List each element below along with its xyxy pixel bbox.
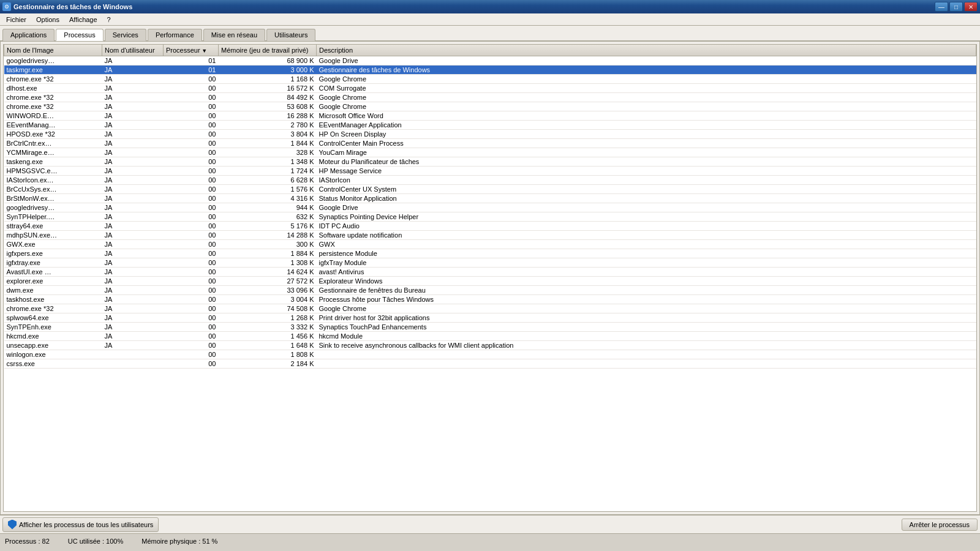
table-row[interactable]: igfxpers.exeJA001 884 Kpersistence Modul… <box>4 249 976 258</box>
table-row[interactable]: igfxtray.exeJA001 308 KigfxTray Module <box>4 258 976 268</box>
minimize-button[interactable]: — <box>935 2 948 12</box>
table-row[interactable]: SynTPHelper.…JA00632 KSynaptics Pointing… <box>4 212 976 222</box>
cell-process-name: dwm.exe <box>4 286 102 295</box>
cell-user: JA <box>102 111 164 121</box>
table-row[interactable]: googledrivesy…JA00944 KGoogle Drive <box>4 203 976 212</box>
cell-description: GWX <box>317 240 976 249</box>
tab-services[interactable]: Services <box>105 29 146 41</box>
table-row[interactable]: taskmgr.exeJA013 000 KGestionnaire des t… <box>4 66 976 75</box>
table-row[interactable]: explorer.exeJA0027 572 KExplorateur Wind… <box>4 277 976 286</box>
table-row[interactable]: unsecapp.exeJA001 648 KSink to receive a… <box>4 341 976 350</box>
maximize-button[interactable]: □ <box>949 2 963 12</box>
cell-memory: 16 572 K <box>219 84 317 93</box>
table-row[interactable]: csrss.exe002 184 K <box>4 359 976 369</box>
col-header-mem[interactable]: Mémoire (jeu de travail privé) <box>219 45 317 56</box>
cell-cpu: 00 <box>164 102 219 111</box>
cell-user: JA <box>102 258 164 268</box>
end-process-button[interactable]: Arrêter le processus <box>902 519 978 531</box>
col-header-name[interactable]: Nom de l'Image <box>4 45 102 56</box>
cell-user: JA <box>102 323 164 332</box>
cell-process-name: googledrivesy… <box>4 203 102 212</box>
cell-cpu: 00 <box>164 75 219 84</box>
window-controls: — □ ✕ <box>935 2 978 12</box>
table-row[interactable]: GWX.exeJA00300 KGWX <box>4 240 976 249</box>
cell-process-name: splwow64.exe <box>4 313 102 323</box>
table-row[interactable]: BrCcUxSys.ex…JA001 576 KControlCenter UX… <box>4 185 976 194</box>
show-all-users-button[interactable]: Afficher les processus de tous les utili… <box>2 517 159 532</box>
cell-process-name: igfxtray.exe <box>4 258 102 268</box>
cell-memory: 1 808 K <box>219 350 317 359</box>
cell-user: JA <box>102 277 164 286</box>
tab-performance[interactable]: Performance <box>148 29 202 41</box>
cell-cpu: 00 <box>164 167 219 176</box>
cell-user: JA <box>102 66 164 75</box>
table-row[interactable]: AvastUI.exe …JA0014 624 Kavast! Antiviru… <box>4 268 976 277</box>
menu-affichage[interactable]: Affichage <box>64 13 102 25</box>
col-header-desc[interactable]: Description <box>317 45 976 56</box>
table-row[interactable]: BrStMonW.ex…JA004 316 KStatus Monitor Ap… <box>4 194 976 203</box>
table-row[interactable]: winlogon.exe001 808 K <box>4 350 976 359</box>
cell-process-name: igfxpers.exe <box>4 249 102 258</box>
table-row[interactable]: chrome.exe *32JA001 168 KGoogle Chrome <box>4 75 976 84</box>
title-bar-left: ⚙ Gestionnaire des tâches de Windows <box>2 2 132 11</box>
table-row[interactable]: splwow64.exeJA001 268 KPrint driver host… <box>4 313 976 323</box>
tab-mise-en-reseau[interactable]: Mise en réseau <box>203 29 265 41</box>
table-row[interactable]: mdhpSUN.exe…JA0014 288 KSoftware update … <box>4 231 976 240</box>
cell-memory: 1 348 K <box>219 157 317 167</box>
cell-process-name: HPMSGSVC.e… <box>4 167 102 176</box>
table-row[interactable]: WINWORD.E…JA0016 288 KMicrosoft Office W… <box>4 111 976 121</box>
cell-user: JA <box>102 167 164 176</box>
close-button[interactable]: ✕ <box>964 2 978 12</box>
table-row[interactable]: chrome.exe *32JA0053 608 KGoogle Chrome <box>4 102 976 111</box>
table-row[interactable]: chrome.exe *32JA0074 508 KGoogle Chrome <box>4 304 976 313</box>
table-row[interactable]: YCMMirage.e…JA00328 KYouCam Mirage <box>4 148 976 157</box>
table-row[interactable]: taskeng.exeJA001 348 KMoteur du Planific… <box>4 157 976 167</box>
tab-utilisateurs[interactable]: Utilisateurs <box>266 29 315 41</box>
table-row[interactable]: HPMSGSVC.e…JA001 724 KHP Message Service <box>4 167 976 176</box>
table-row[interactable]: dwm.exeJA0033 096 KGestionnaire de fenêt… <box>4 286 976 295</box>
table-row[interactable]: BrCtrlCntr.ex…JA001 844 KControlCenter M… <box>4 139 976 148</box>
cell-process-name: YCMMirage.e… <box>4 148 102 157</box>
table-row[interactable]: dlhost.exeJA0016 572 KCOM Surrogate <box>4 84 976 93</box>
cell-description: IDT PC Audio <box>317 222 976 231</box>
cell-memory: 6 628 K <box>219 176 317 185</box>
table-row[interactable]: EEventManag…JA002 780 KEEventManager App… <box>4 121 976 130</box>
process-table-container[interactable]: Nom de l'Image Nom d'utilisateur Process… <box>3 44 977 512</box>
cell-memory: 14 624 K <box>219 268 317 277</box>
table-row[interactable]: googledrivesy…JA0168 900 KGoogle Drive <box>4 56 976 66</box>
tab-processus[interactable]: Processus <box>56 29 103 41</box>
cell-cpu: 00 <box>164 249 219 258</box>
cell-process-name: dlhost.exe <box>4 84 102 93</box>
table-row[interactable]: chrome.exe *32JA0084 492 KGoogle Chrome <box>4 93 976 102</box>
cell-cpu: 00 <box>164 185 219 194</box>
menu-fichier[interactable]: Fichier <box>1 13 31 25</box>
cell-memory: 1 456 K <box>219 332 317 341</box>
cell-user: JA <box>102 102 164 111</box>
cell-description: HP On Screen Display <box>317 130 976 139</box>
cell-description: Gestionnaire de fenêtres du Bureau <box>317 286 976 295</box>
app-icon: ⚙ <box>2 2 11 11</box>
cell-process-name: sttray64.exe <box>4 222 102 231</box>
cell-description: COM Surrogate <box>317 84 976 93</box>
table-row[interactable]: sttray64.exeJA005 176 KIDT PC Audio <box>4 222 976 231</box>
cell-memory: 632 K <box>219 212 317 222</box>
cell-description: hkcmd Module <box>317 332 976 341</box>
cell-memory: 1 576 K <box>219 185 317 194</box>
cell-process-name: chrome.exe *32 <box>4 304 102 313</box>
menu-options[interactable]: Options <box>31 13 64 25</box>
cell-cpu: 00 <box>164 268 219 277</box>
cell-cpu: 00 <box>164 277 219 286</box>
table-row[interactable]: SynTPEnh.exeJA003 332 KSynaptics TouchPa… <box>4 323 976 332</box>
menu-help[interactable]: ? <box>102 13 116 25</box>
col-header-cpu[interactable]: Processeur <box>164 45 219 56</box>
col-header-user[interactable]: Nom d'utilisateur <box>102 45 164 56</box>
table-row[interactable]: IAStorIcon.ex…JA006 628 KIAStorIcon <box>4 176 976 185</box>
cell-description: Google Chrome <box>317 75 976 84</box>
tab-applications[interactable]: Applications <box>2 29 55 41</box>
bottom-toolbar: Afficher les processus de tous les utili… <box>0 515 980 533</box>
table-row[interactable]: taskhost.exeJA003 004 KProcessus hôte po… <box>4 295 976 304</box>
cell-description: Processus hôte pour Tâches Windows <box>317 295 976 304</box>
table-row[interactable]: HPOSD.exe *32JA003 804 KHP On Screen Dis… <box>4 130 976 139</box>
table-row[interactable]: hkcmd.exeJA001 456 Khkcmd Module <box>4 332 976 341</box>
cell-process-name: taskhost.exe <box>4 295 102 304</box>
